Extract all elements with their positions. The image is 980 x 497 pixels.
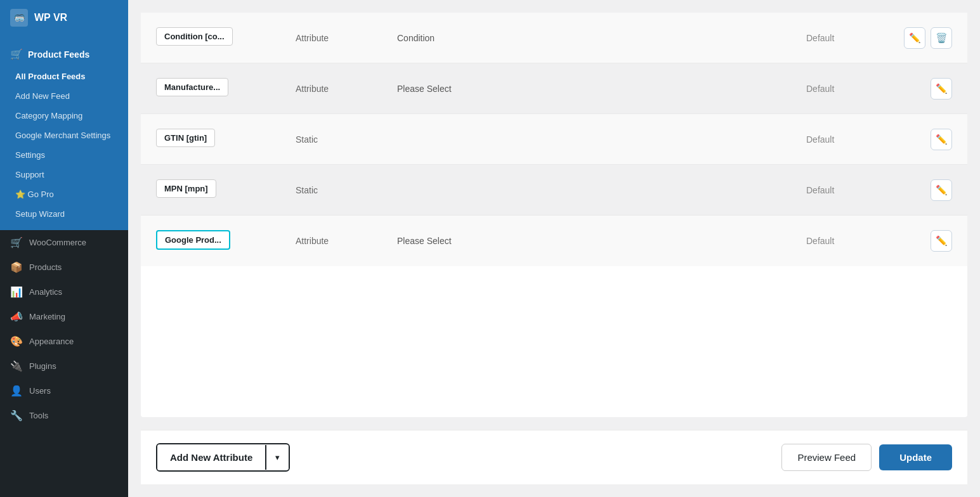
- analytics-label: Analytics: [29, 287, 62, 297]
- cart-icon: 🛒: [10, 48, 23, 60]
- footer-actions: Preview Feed Update: [781, 444, 952, 471]
- row-default-col: Default: [806, 84, 901, 94]
- attribute-badge: Condition [co...: [156, 27, 233, 46]
- tools-label: Tools: [29, 411, 48, 420]
- row-actions-col: ✏️: [901, 78, 952, 100]
- row-actions-col: ✏️ 🗑️: [901, 27, 952, 49]
- sidebar-item-products[interactable]: 📦 Products: [0, 255, 128, 280]
- sidebar-logo[interactable]: 🥽 WP VR: [0, 0, 128, 36]
- attribute-badge: GTIN [gtin]: [156, 129, 215, 147]
- row-default-col: Default: [806, 185, 901, 195]
- add-new-attribute-button[interactable]: Add New Attribute ▾: [156, 443, 290, 472]
- row-type-col: Attribute: [296, 84, 397, 94]
- sidebar-item-setup-wizard[interactable]: Setup Wizard: [0, 204, 128, 224]
- table-row: Condition [co... Attribute Condition Def…: [141, 13, 967, 63]
- sidebar-item-marketing[interactable]: 📣 Marketing: [0, 304, 128, 329]
- sidebar-item-users[interactable]: 👤 Users: [0, 378, 128, 403]
- update-button[interactable]: Update: [879, 444, 952, 470]
- products-label: Products: [29, 262, 62, 272]
- users-label: Users: [29, 386, 51, 396]
- row-type-col: Attribute: [296, 236, 397, 246]
- sidebar-item-analytics[interactable]: 📊 Analytics: [0, 280, 128, 304]
- appearance-icon: 🎨: [10, 335, 23, 347]
- product-feeds-title[interactable]: 🛒 Product Feeds: [0, 42, 128, 67]
- sidebar-item-tools[interactable]: 🔧 Tools: [0, 403, 128, 428]
- attribute-badge: MPN [mpn]: [156, 179, 216, 198]
- table-row: Google Prod... Attribute Please Select D…: [141, 216, 967, 266]
- sidebar-item-appearance[interactable]: 🎨 Appearance: [0, 329, 128, 354]
- edit-button[interactable]: ✏️: [931, 78, 952, 100]
- row-name-col: Condition [co...: [156, 27, 296, 48]
- table-row: Manufacture... Attribute Please Select D…: [141, 63, 967, 114]
- marketing-icon: 📣: [10, 311, 23, 323]
- row-name-col: Manufacture...: [156, 78, 296, 99]
- woocommerce-label: WooCommerce: [29, 238, 86, 247]
- product-feeds-label: Product Feeds: [28, 49, 89, 60]
- sidebar-item-woocommerce[interactable]: 🛒 WooCommerce: [0, 230, 128, 255]
- marketing-label: Marketing: [29, 312, 65, 321]
- feed-table: Condition [co... Attribute Condition Def…: [141, 13, 967, 417]
- chevron-down-icon: ▾: [265, 445, 289, 470]
- logo-label: WP VR: [34, 12, 67, 23]
- row-actions-col: ✏️: [901, 179, 952, 201]
- row-default-col: Default: [806, 33, 901, 43]
- row-name-col: GTIN [gtin]: [156, 129, 296, 150]
- edit-button[interactable]: ✏️: [931, 179, 952, 201]
- preview-feed-button[interactable]: Preview Feed: [781, 444, 872, 471]
- row-value-col: Please Select: [397, 84, 806, 94]
- users-icon: 👤: [10, 385, 23, 397]
- plugins-label: Plugins: [29, 361, 56, 371]
- sidebar-item-settings[interactable]: Settings: [0, 145, 128, 165]
- row-value-col: Condition: [397, 33, 806, 43]
- add-new-label: Add New Attribute: [157, 444, 265, 470]
- sidebar-item-add-new-feed[interactable]: Add New Feed: [0, 86, 128, 106]
- sidebar-item-support[interactable]: Support: [0, 165, 128, 184]
- sidebar-item-google-merchant[interactable]: Google Merchant Settings: [0, 126, 128, 145]
- footer-bar: Add New Attribute ▾ Preview Feed Update: [141, 430, 967, 484]
- row-type-col: Static: [296, 134, 397, 145]
- sidebar-item-all-product-feeds[interactable]: All Product Feeds: [0, 67, 128, 86]
- main-content: Condition [co... Attribute Condition Def…: [128, 0, 980, 497]
- row-type-col: Static: [296, 185, 397, 195]
- table-row: MPN [mpn] Static Default ✏️: [141, 165, 967, 216]
- sidebar-item-go-pro[interactable]: ⭐ Go Pro: [0, 184, 128, 204]
- products-icon: 📦: [10, 261, 23, 273]
- plugins-icon: 🔌: [10, 360, 23, 372]
- delete-button[interactable]: 🗑️: [931, 27, 952, 49]
- table-row: GTIN [gtin] Static Default ✏️: [141, 114, 967, 165]
- row-default-col: Default: [806, 236, 901, 246]
- sidebar-item-plugins[interactable]: 🔌 Plugins: [0, 354, 128, 378]
- sidebar: 🥽 WP VR 🛒 Product Feeds All Product Feed…: [0, 0, 128, 497]
- row-type-col: Attribute: [296, 33, 397, 43]
- product-feeds-section: 🛒 Product Feeds All Product Feeds Add Ne…: [0, 36, 128, 230]
- row-value-col: Please Select: [397, 236, 806, 246]
- woocommerce-icon: 🛒: [10, 236, 23, 248]
- sidebar-item-category-mapping[interactable]: Category Mapping: [0, 106, 128, 126]
- edit-button[interactable]: ✏️: [931, 129, 952, 150]
- row-name-col: MPN [mpn]: [156, 179, 296, 200]
- logo-icon: 🥽: [10, 9, 28, 27]
- analytics-icon: 📊: [10, 286, 23, 298]
- edit-button[interactable]: ✏️: [931, 230, 952, 252]
- row-name-col: Google Prod...: [156, 230, 296, 252]
- row-default-col: Default: [806, 134, 901, 145]
- attribute-badge-highlighted: Google Prod...: [156, 230, 230, 250]
- tools-icon: 🔧: [10, 410, 23, 422]
- appearance-label: Appearance: [29, 337, 74, 346]
- row-actions-col: ✏️: [901, 129, 952, 150]
- row-actions-col: ✏️: [901, 230, 952, 252]
- attribute-badge: Manufacture...: [156, 78, 228, 96]
- edit-button[interactable]: ✏️: [904, 27, 925, 49]
